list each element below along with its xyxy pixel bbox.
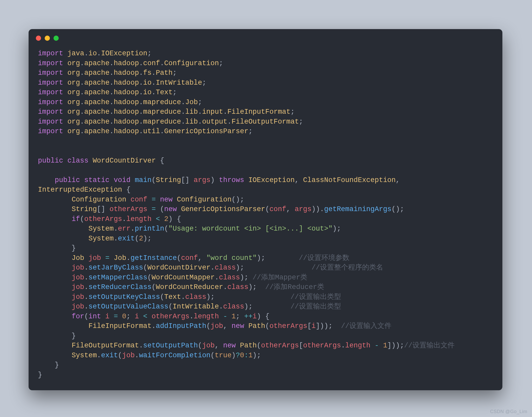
zoom-icon[interactable] bbox=[54, 36, 59, 41]
code-block: import java.io.IOException; import org.a… bbox=[29, 47, 502, 380]
close-icon[interactable] bbox=[36, 36, 41, 41]
watermark: CSDN @Go_Lim bbox=[490, 409, 527, 414]
titlebar bbox=[29, 29, 502, 47]
minimize-icon[interactable] bbox=[45, 36, 50, 41]
code-window: import java.io.IOException; import org.a… bbox=[29, 29, 502, 390]
